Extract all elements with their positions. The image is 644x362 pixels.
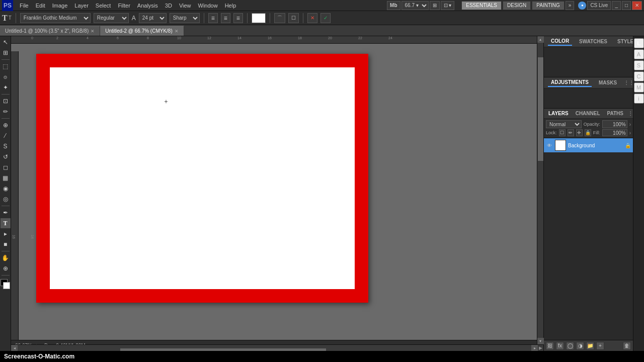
lock-all-btn[interactable]: 🔒 (585, 129, 591, 136)
blur-btn[interactable]: ◉ (1, 184, 11, 194)
scroll-arrow[interactable]: ▶ (539, 345, 542, 350)
align-left-btn[interactable]: ≡ (208, 13, 218, 23)
tab-styles[interactable]: STYLES (614, 38, 633, 45)
close-btn[interactable]: ✕ (632, 1, 642, 10)
design-btn[interactable]: DESIGN (503, 1, 531, 10)
brush-tool-btn[interactable]: ∕ (1, 131, 11, 141)
menu-view[interactable]: View (176, 2, 195, 10)
tab-1[interactable]: Untitled-2 @ 66.7% (CMYK/8) ✕ (100, 26, 184, 36)
layers-panel-expand[interactable]: ⋮⋮ (628, 111, 633, 116)
anti-alias-select[interactable]: Sharp (170, 13, 200, 23)
menu-window[interactable]: Window (195, 2, 221, 10)
artboard-tool-btn[interactable]: ⊞ (1, 48, 11, 58)
zoom-tool-btn[interactable]: ⊕ (1, 263, 11, 274)
font-style-select[interactable]: Regular (94, 13, 129, 23)
add-style-btn[interactable]: fx (556, 342, 564, 350)
tab-0-close[interactable]: ✕ (91, 29, 95, 34)
panel-icon-info[interactable]: i (634, 94, 644, 104)
align-right-btn[interactable]: ≡ (233, 13, 243, 23)
hand-tool-btn[interactable]: ✋ (1, 253, 11, 263)
transform-btn[interactable]: ☐ (288, 13, 299, 23)
panel-icon-layers[interactable]: L (634, 38, 644, 48)
lock-transparent-btn[interactable]: ☐ (559, 129, 566, 136)
opacity-input[interactable] (602, 120, 627, 128)
adj-panel-expand[interactable]: ⋮⋮ (624, 80, 633, 85)
lock-position-btn[interactable]: ✛ (576, 129, 583, 136)
arrange-windows-btn[interactable]: ⊞ (430, 1, 440, 10)
history-brush-btn[interactable]: ↺ (1, 152, 11, 162)
text-color-swatch[interactable] (252, 13, 266, 23)
layer-background-row[interactable]: 👁 Background 🔒 (544, 138, 633, 152)
h-scroll-right-btn[interactable]: ▸ (531, 345, 538, 351)
font-size-select[interactable]: 24 pt (139, 13, 167, 23)
panel-icon-masks[interactable]: M (634, 82, 644, 93)
panel-icon-adjustments[interactable]: A (634, 49, 644, 59)
vertical-scrollbar[interactable]: ▴ ▾ (537, 36, 543, 344)
font-family-select[interactable]: Franklin Gothic Medium (20, 13, 91, 23)
blend-mode-select[interactable]: Normal (546, 120, 582, 128)
gradient-btn[interactable]: ▦ (1, 173, 11, 183)
dodge-btn[interactable]: ◎ (1, 194, 11, 204)
lock-image-btn[interactable]: ✏ (568, 129, 574, 136)
add-mask-btn[interactable]: ◯ (566, 342, 574, 350)
panel-icon-color[interactable]: C (634, 71, 644, 81)
v-scroll-up-btn[interactable]: ▴ (537, 36, 544, 43)
menu-help[interactable]: Help (221, 2, 240, 10)
tab-1-close[interactable]: ✕ (175, 29, 179, 34)
tab-channels[interactable]: CHANNEL (573, 110, 603, 117)
expand-workspaces-btn[interactable]: » (566, 1, 575, 10)
tab-swatches[interactable]: SWATCHES (576, 38, 610, 45)
crop-tool-btn[interactable]: ⊡ (1, 96, 11, 106)
healing-brush-btn[interactable]: ⊕ (1, 120, 11, 130)
tab-layers[interactable]: LAYERS (546, 110, 571, 117)
cancel-edit-btn[interactable]: ✕ (307, 13, 317, 23)
panel-icon-styles[interactable]: S (634, 60, 644, 70)
horizontal-scrollbar[interactable]: ◂ ▸ ▶ (11, 344, 543, 351)
layer-visibility-eye[interactable]: 👁 (546, 142, 553, 149)
mode-button[interactable]: Mb (387, 1, 400, 10)
background-color[interactable] (3, 282, 10, 289)
menu-filter[interactable]: Filter (114, 2, 133, 10)
menu-edit[interactable]: Edit (32, 2, 49, 10)
v-scroll-down-btn[interactable]: ▾ (537, 338, 544, 344)
v-scroll-thumb[interactable] (538, 57, 543, 160)
screen-mode-btn[interactable]: ⊡ ▾ (441, 1, 455, 10)
maximize-btn[interactable]: □ (622, 1, 631, 10)
menu-analysis[interactable]: Analysis (134, 2, 162, 10)
warp-text-btn[interactable]: ⌒ (274, 13, 285, 23)
link-layers-btn[interactable]: ⛓ (546, 342, 554, 350)
cs-live-btn[interactable]: CS Live (587, 1, 611, 10)
marquee-tool-btn[interactable]: ⬚ (1, 61, 11, 71)
painting-btn[interactable]: PAINTING (532, 1, 564, 10)
minimize-btn[interactable]: _ (612, 1, 621, 10)
fill-input[interactable] (602, 129, 627, 136)
path-selection-btn[interactable]: ▸ (1, 229, 11, 239)
fill-chevron[interactable]: › (629, 130, 631, 136)
new-layer-btn[interactable]: + (596, 342, 604, 350)
tab-adjustments[interactable]: ADJUSTMENTS (548, 78, 592, 87)
new-group-btn[interactable]: 📁 (586, 342, 594, 350)
tab-0[interactable]: Untitled-1 @ 100% (3.5" x 2", RGB/8) ✕ (0, 26, 100, 36)
type-tool-btn[interactable]: T (1, 218, 11, 228)
move-tool-btn[interactable]: ↖ (1, 37, 11, 47)
menu-file[interactable]: File (16, 2, 32, 10)
lasso-tool-btn[interactable]: ⌾ (1, 72, 11, 82)
document-canvas[interactable] (36, 54, 368, 303)
shape-tool-btn[interactable]: ■ (1, 239, 11, 249)
adjustment-layer-btn[interactable]: ◑ (576, 342, 584, 350)
magic-wand-btn[interactable]: ✦ (1, 82, 11, 93)
tab-color[interactable]: COLOR (548, 37, 572, 46)
menu-select[interactable]: Select (92, 2, 115, 10)
essentials-btn[interactable]: ESSENTIALS (461, 1, 502, 10)
h-scroll-left-btn[interactable]: ◂ (11, 345, 18, 351)
eyedropper-btn[interactable]: ✏ (1, 107, 11, 117)
menu-3d[interactable]: 3D (162, 2, 176, 10)
delete-layer-btn[interactable]: 🗑 (623, 342, 631, 350)
pen-tool-btn[interactable]: ✒ (1, 208, 11, 218)
tab-masks[interactable]: MASKS (596, 79, 620, 86)
menu-layer[interactable]: Layer (71, 2, 92, 10)
align-center-btn[interactable]: ≡ (221, 13, 230, 23)
canvas-size-select[interactable]: 66.7 ▾ (401, 1, 429, 10)
tab-paths[interactable]: PATHS (605, 110, 626, 117)
commit-edit-btn[interactable]: ✓ (320, 13, 331, 23)
